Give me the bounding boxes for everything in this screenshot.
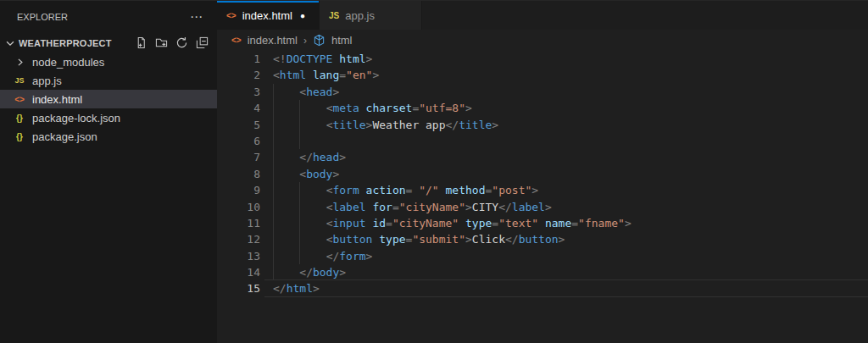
sidebar-item-node-modules[interactable]: node_modules	[0, 53, 217, 71]
json-icon: {}	[11, 113, 28, 123]
tab-index-html[interactable]: <>index.html●	[217, 1, 320, 30]
sidebar-item-label: package.json	[32, 130, 97, 143]
more-actions-icon[interactable]: ⋯	[190, 13, 203, 21]
sidebar-item-package-lock-json[interactable]: {}package-lock.json	[0, 108, 217, 127]
code-token: =	[492, 217, 498, 230]
indent-guide	[273, 199, 274, 215]
code-token: Click	[472, 233, 505, 246]
indent-guide	[299, 215, 300, 231]
code-token: "submit"	[412, 233, 465, 246]
code-token: <	[273, 69, 280, 81]
code-line[interactable]: 6	[217, 133, 868, 149]
code-token: for	[366, 201, 392, 213]
line-number[interactable]: 9	[217, 182, 260, 198]
project-folder-row[interactable]: WEATHERPROJECT	[0, 33, 217, 53]
code-line[interactable]: 3 <head>	[217, 84, 868, 100]
code-line[interactable]: 8 <body>	[217, 166, 868, 182]
editor-group: <>index.html●JSapp.js <> index.html › ht…	[217, 0, 868, 343]
code-token: >	[339, 151, 346, 163]
breadcrumb-file[interactable]: index.html	[248, 34, 298, 47]
line-number[interactable]: 6	[217, 133, 260, 149]
line-number[interactable]: 7	[217, 149, 260, 165]
code-token: >	[366, 250, 373, 263]
line-number[interactable]: 14	[217, 264, 260, 280]
code-token: head	[306, 86, 332, 98]
sidebar-item-app-js[interactable]: JSapp.js	[0, 71, 217, 90]
code-token	[273, 266, 299, 279]
code-token: body	[313, 266, 339, 279]
code-line[interactable]: 5 <title>Weather app</title>	[217, 117, 868, 133]
code-token: html	[332, 53, 365, 65]
breadcrumb-symbol[interactable]: html	[331, 34, 353, 47]
line-number[interactable]: 11	[217, 215, 260, 231]
line-number[interactable]: 1	[217, 51, 260, 67]
code-token: type	[459, 217, 492, 230]
collapse-all-button[interactable]	[195, 36, 209, 50]
code-line[interactable]: 7 </head>	[217, 149, 868, 165]
code-token: >	[465, 233, 472, 246]
code-token: type	[372, 233, 405, 246]
line-number[interactable]: 12	[217, 231, 260, 247]
code-token: name	[538, 217, 571, 230]
code-line[interactable]: 11 <input id="cityName" type="text" name…	[217, 215, 868, 231]
code-token: html	[280, 69, 306, 81]
sidebar-item-label: app.js	[32, 75, 62, 87]
code-line[interactable]: 9 <form action= "/" method="post">	[217, 182, 868, 198]
code-token: meta	[332, 102, 359, 114]
line-number[interactable]: 2	[217, 67, 260, 83]
code-token: button	[332, 233, 372, 246]
code-token: method	[439, 184, 486, 196]
code-token: </	[299, 151, 313, 163]
code-line-text: <title>Weather app</title>	[260, 117, 868, 133]
modified-dot-icon[interactable]: ●	[300, 11, 305, 20]
new-file-button[interactable]	[134, 36, 147, 50]
code-line[interactable]: 1<!DOCTYPE html>	[217, 51, 868, 67]
code-line[interactable]: 2<html lang="en">	[217, 67, 868, 83]
code-editor[interactable]: 1<!DOCTYPE html>2<html lang="en">3 <head…	[217, 51, 868, 343]
code-line[interactable]: 14 </body>	[217, 264, 868, 280]
indent-guide	[273, 166, 274, 182]
sidebar-item-package-json[interactable]: {}package.json	[0, 127, 217, 146]
indent-guide	[273, 264, 274, 280]
line-number[interactable]: 13	[217, 248, 260, 264]
new-folder-button[interactable]	[154, 36, 168, 50]
line-number[interactable]: 8	[217, 166, 260, 182]
tab-label: index.html	[242, 9, 292, 22]
line-number[interactable]: 3	[217, 84, 260, 100]
sidebar-item-index-html[interactable]: <>index.html	[0, 90, 217, 108]
code-token: charset	[359, 102, 413, 114]
js-icon: JS	[329, 11, 339, 20]
file-tree: node_modulesJSapp.js<>index.html{}packag…	[0, 53, 217, 146]
code-line[interactable]: 12 <button type="submit">Click</button>	[217, 231, 868, 247]
code-line[interactable]: 10 <label for="cityName">CITY</label>	[217, 199, 868, 215]
code-line-text: <button type="submit">Click</button>	[260, 231, 868, 247]
code-line-text: </html>	[260, 280, 868, 296]
code-line[interactable]: 13 </form>	[217, 248, 868, 264]
code-token: "/"	[419, 184, 438, 196]
refresh-button[interactable]	[175, 36, 188, 50]
code-token: label	[332, 201, 365, 213]
code-line-text: <input id="cityName" type="text" name="f…	[260, 215, 868, 231]
symbol-cube-icon	[313, 34, 326, 47]
line-number[interactable]: 5	[217, 117, 260, 133]
line-number[interactable]: 10	[217, 199, 260, 215]
code-token: DOCTYPE	[287, 53, 333, 65]
code-token: =	[386, 217, 392, 230]
indent-guide	[299, 133, 300, 149]
code-line[interactable]: 15</html>	[217, 280, 868, 296]
code-token: lang	[306, 69, 339, 81]
code-token: "en"	[346, 69, 372, 81]
code-token: >	[332, 168, 339, 180]
sidebar-item-label: package-lock.json	[32, 112, 120, 124]
breadcrumb-separator-icon: ›	[303, 35, 307, 47]
line-number[interactable]: 15	[217, 280, 260, 296]
indent-guide	[299, 248, 300, 264]
code-token: >	[339, 266, 346, 279]
code-token	[273, 86, 299, 98]
tab-app-js[interactable]: JSapp.js	[320, 1, 422, 30]
line-number[interactable]: 4	[217, 100, 260, 116]
html-file-icon: <>	[231, 36, 242, 45]
code-token: >	[559, 233, 565, 246]
code-line[interactable]: 4 <meta charset="utf=8">	[217, 100, 868, 116]
code-line-text: <label for="cityName">CITY</label>	[260, 199, 868, 215]
